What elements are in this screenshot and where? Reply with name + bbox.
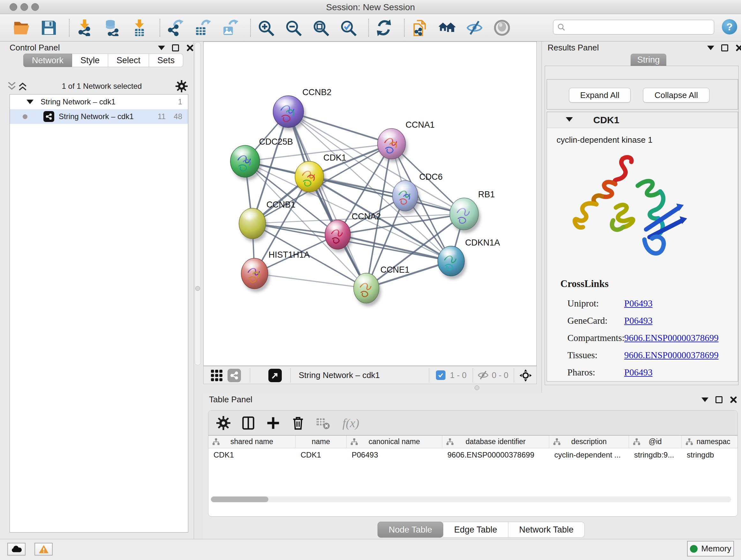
tab-network-table[interactable]: Network Table bbox=[509, 522, 585, 538]
zoom-out-button[interactable] bbox=[284, 18, 302, 37]
network-share-icon[interactable] bbox=[227, 369, 241, 382]
zoom-fit-button[interactable] bbox=[312, 18, 330, 37]
table-settings-gear-icon[interactable] bbox=[215, 415, 232, 432]
add-column-icon[interactable] bbox=[265, 415, 282, 432]
panel-menu-icon[interactable] bbox=[707, 46, 714, 50]
close-panel-icon[interactable] bbox=[186, 44, 194, 52]
hidden-elements-icon[interactable] bbox=[477, 370, 489, 380]
collection-label: String Network – cdk1 bbox=[41, 98, 116, 106]
zoom-selected-button[interactable] bbox=[339, 18, 357, 37]
network-node-CDC25B[interactable] bbox=[230, 145, 260, 177]
network-edge-CCNA2-CDKN1A[interactable] bbox=[338, 235, 451, 261]
column-header-shared-name[interactable]: shared name bbox=[208, 435, 295, 448]
table-horizontal-scrollbar[interactable] bbox=[211, 496, 731, 502]
network-node-CCNB1[interactable] bbox=[239, 208, 266, 239]
crosslink-link[interactable]: 9606.ENSP00000378699 bbox=[624, 350, 719, 361]
save-session-button[interactable] bbox=[40, 18, 58, 37]
column-header-namespac[interactable]: namespac bbox=[682, 435, 738, 448]
column-label: database identifier bbox=[466, 437, 526, 446]
selected-nodes-checkbox[interactable] bbox=[436, 370, 446, 380]
gene-section-header[interactable]: CDK1 bbox=[547, 112, 738, 128]
import-network-button[interactable] bbox=[75, 18, 94, 37]
delete-column-trash-icon[interactable] bbox=[289, 415, 307, 432]
float-panel-icon[interactable] bbox=[721, 44, 728, 51]
crosslink-link[interactable]: P06493 bbox=[624, 315, 653, 326]
network-node-CCNE1[interactable] bbox=[354, 273, 379, 303]
network-node-CDK1[interactable] bbox=[295, 161, 324, 192]
cloud-status-button[interactable] bbox=[7, 543, 25, 556]
column-header-canonical-name[interactable]: canonical name bbox=[347, 435, 442, 448]
column-header--id[interactable]: @id bbox=[629, 435, 682, 448]
left-splitter[interactable] bbox=[195, 42, 201, 365]
tab-sets[interactable]: Sets bbox=[149, 54, 183, 67]
export-image-button[interactable] bbox=[221, 18, 239, 37]
memory-button[interactable]: Memory bbox=[687, 541, 734, 557]
import-network-database-button[interactable] bbox=[103, 18, 121, 37]
column-header-name[interactable]: name bbox=[295, 435, 347, 448]
column-header-database-identifier[interactable]: database identifier bbox=[442, 435, 549, 448]
crosslink-link[interactable]: 9606.ENSP00000378699 bbox=[624, 333, 719, 343]
collapse-all-icon[interactable] bbox=[6, 81, 17, 91]
show-columns-icon[interactable] bbox=[240, 415, 257, 432]
share-document-button[interactable] bbox=[410, 18, 429, 37]
table-row[interactable]: CDK1CDK1P064939606.ENSP00000378699cyclin… bbox=[208, 448, 738, 462]
network-edge-CCNB2-CCNA1[interactable] bbox=[288, 112, 392, 144]
preview-button[interactable] bbox=[493, 18, 511, 37]
crosslink-link[interactable]: P06493 bbox=[624, 367, 653, 378]
gene-expander-icon[interactable] bbox=[566, 117, 573, 122]
tab-string[interactable]: String bbox=[630, 54, 666, 66]
tab-select[interactable]: Select bbox=[108, 54, 149, 67]
network-node-CDC6[interactable] bbox=[393, 180, 418, 211]
export-table-button[interactable] bbox=[193, 18, 212, 37]
float-panel-icon[interactable] bbox=[716, 396, 723, 403]
network-edge-HIST1H1A-CCNE1[interactable] bbox=[255, 273, 366, 288]
network-row[interactable]: String Network – cdk1 11 48 bbox=[10, 109, 188, 124]
network-node-HIST1H1A[interactable] bbox=[241, 258, 268, 289]
horizontal-splitter-handle[interactable] bbox=[475, 385, 479, 390]
network-edge-CCNB2-CCNE1[interactable] bbox=[288, 112, 367, 288]
collapse-all-button[interactable]: Collapse All bbox=[643, 88, 710, 103]
close-panel-icon[interactable] bbox=[730, 396, 737, 403]
column-header-description[interactable]: description bbox=[549, 435, 629, 448]
close-panel-icon[interactable] bbox=[735, 44, 741, 52]
zoom-in-button[interactable] bbox=[257, 18, 275, 37]
tab-edge-table[interactable]: Edge Table bbox=[443, 522, 509, 538]
zoom-out-icon bbox=[285, 19, 301, 36]
tab-node-table[interactable]: Node Table bbox=[378, 522, 443, 538]
export-network-button[interactable] bbox=[166, 18, 185, 37]
open-in-new-window-icon[interactable] bbox=[268, 369, 282, 382]
birdseye-grid-icon[interactable] bbox=[211, 370, 222, 381]
tab-style[interactable]: Style bbox=[72, 54, 108, 67]
expand-all-button[interactable]: Expand All bbox=[569, 88, 630, 103]
network-canvas[interactable]: CCNB2CCNA1CDC25BCDK1CDC6RB1CCNB1CCNA2CDK… bbox=[203, 42, 537, 366]
network-node-CCNA1[interactable] bbox=[378, 128, 406, 159]
refresh-button[interactable] bbox=[375, 18, 393, 37]
float-panel-icon[interactable] bbox=[172, 44, 179, 51]
panel-menu-icon[interactable] bbox=[701, 397, 709, 402]
network-node-CCNA2[interactable] bbox=[325, 220, 350, 249]
search-field[interactable] bbox=[553, 20, 714, 35]
network-node-CDKN1A[interactable] bbox=[438, 246, 465, 276]
panel-menu-icon[interactable] bbox=[158, 46, 165, 50]
warnings-button[interactable] bbox=[35, 543, 53, 556]
tab-network[interactable]: Network bbox=[23, 54, 72, 67]
column-label: canonical name bbox=[368, 437, 420, 446]
import-table-button[interactable] bbox=[130, 18, 149, 37]
network-node-RB1[interactable] bbox=[450, 198, 479, 230]
hide-show-button[interactable] bbox=[465, 18, 484, 37]
search-input[interactable] bbox=[565, 21, 714, 34]
scrollbar-thumb[interactable] bbox=[211, 496, 268, 502]
help-button[interactable]: ? bbox=[722, 19, 737, 35]
network-collection-row[interactable]: String Network – cdk1 1 bbox=[10, 95, 188, 109]
network-node-CCNB2[interactable] bbox=[273, 96, 304, 128]
network-edge-count: 48 bbox=[174, 112, 182, 121]
collection-expander-icon[interactable] bbox=[26, 100, 33, 104]
crosslink-link[interactable]: P06493 bbox=[624, 298, 653, 309]
network-options-gear-icon[interactable] bbox=[176, 80, 188, 92]
fit-content-crosshair-icon[interactable] bbox=[520, 369, 532, 381]
node-label-CCNB1: CCNB1 bbox=[266, 200, 295, 209]
open-session-button[interactable] bbox=[12, 18, 30, 37]
expand-all-icon[interactable] bbox=[17, 81, 28, 91]
left-splitter-handle[interactable] bbox=[195, 286, 200, 291]
group-nodes-button[interactable] bbox=[438, 18, 456, 37]
